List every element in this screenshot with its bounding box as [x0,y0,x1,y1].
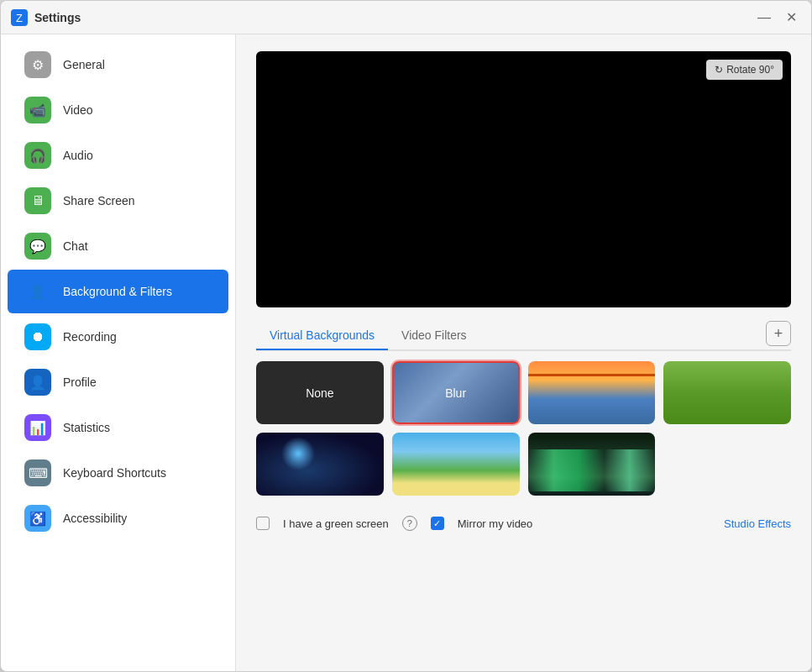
window-title: Settings [34,11,754,24]
sidebar-item-share-screen[interactable]: 🖥Share Screen [8,179,228,223]
sidebar-label-keyboard-shortcuts: Keyboard Shortcuts [63,466,166,480]
mirror-checkbox[interactable]: ✓ [431,517,444,530]
video-preview: ↻ Rotate 90° [256,51,791,307]
aurora-lights [528,449,656,491]
sidebar-item-chat[interactable]: 💬Chat [8,224,228,268]
profile-icon: 👤 [24,369,51,396]
sidebar-label-statistics: Statistics [63,421,110,434]
sidebar-item-general[interactable]: ⚙General [8,43,228,87]
sidebar-label-background-filters: Background & Filters [63,285,172,298]
titlebar: Z Settings — ✕ [1,1,811,34]
sidebar-item-keyboard-shortcuts[interactable]: ⌨Keyboard Shortcuts [8,451,228,495]
blur-label: Blur [445,386,466,400]
rotate-button[interactable]: ↻ Rotate 90° [706,60,783,80]
chat-icon: 💬 [24,233,51,260]
sidebar-label-share-screen: Share Screen [63,194,135,207]
recording-icon: ⏺ [24,323,51,350]
main-content: ↻ Rotate 90° Virtual Backgrounds Video F… [236,34,811,671]
backgrounds-grid: None Blur [256,361,791,496]
background-blur[interactable]: Blur [392,361,520,424]
app-icon: Z [11,9,28,26]
sidebar-item-profile[interactable]: 👤Profile [8,360,228,404]
sidebar-label-audio: Audio [63,149,93,162]
add-background-button[interactable]: + [766,321,791,346]
background-space[interactable] [256,433,384,496]
sidebar-item-recording[interactable]: ⏺Recording [8,315,228,359]
background-green-grass[interactable] [663,361,791,424]
content-area: ⚙General📹Video🎧Audio🖥Share Screen💬Chat👤B… [1,34,811,671]
background-beach[interactable] [392,433,520,496]
accessibility-icon: ♿ [24,505,51,532]
minimize-button[interactable]: — [754,8,774,28]
background-aurora[interactable] [528,433,656,496]
bottom-bar: I have a green screen ? ✓ Mirror my vide… [256,509,791,531]
studio-effects-link[interactable]: Studio Effects [724,517,791,530]
background-golden-gate[interactable] [528,361,656,424]
close-button[interactable]: ✕ [781,8,801,28]
sidebar: ⚙General📹Video🎧Audio🖥Share Screen💬Chat👤B… [1,34,236,671]
tab-virtual-backgrounds[interactable]: Virtual Backgrounds [256,322,388,350]
green-screen-checkbox[interactable] [256,517,270,530]
video-icon: 📹 [24,97,51,123]
sidebar-label-profile: Profile [63,375,97,389]
tabs-header: Virtual Backgrounds Video Filters + [256,321,791,351]
rotate-icon: ↻ [715,64,723,76]
sidebar-label-accessibility: Accessibility [63,512,127,525]
window-controls: — ✕ [754,8,801,28]
space-glow [281,437,315,470]
sidebar-item-background-filters[interactable]: 👤Background & Filters [8,270,228,313]
rotate-label: Rotate 90° [726,64,774,76]
sidebar-label-chat: Chat [63,239,88,253]
tab-video-filters[interactable]: Video Filters [388,322,480,350]
none-label: None [306,386,333,400]
sidebar-label-recording: Recording [63,330,117,344]
audio-icon: 🎧 [24,142,51,169]
sidebar-item-video[interactable]: 📹Video [8,88,228,132]
sidebar-label-video: Video [63,103,93,117]
mirror-label: Mirror my video [458,517,533,530]
sidebar-item-audio[interactable]: 🎧Audio [8,134,228,177]
tabs-area: Virtual Backgrounds Video Filters + None… [256,321,791,496]
share-screen-icon: 🖥 [24,187,51,214]
svg-text:Z: Z [16,12,23,24]
background-filters-icon: 👤 [24,278,51,305]
sidebar-item-accessibility[interactable]: ♿Accessibility [8,496,228,540]
green-screen-label: I have a green screen [283,517,389,530]
sidebar-item-statistics[interactable]: 📊Statistics [8,406,228,449]
settings-window: Z Settings — ✕ ⚙General📹Video🎧Audio🖥Shar… [0,0,812,672]
background-none[interactable]: None [256,361,384,424]
sidebar-label-general: General [63,58,105,71]
keyboard-shortcuts-icon: ⌨ [24,459,51,486]
general-icon: ⚙ [24,51,51,78]
statistics-icon: 📊 [24,414,51,441]
help-icon[interactable]: ? [402,516,417,531]
bridge-decoration [528,374,656,407]
